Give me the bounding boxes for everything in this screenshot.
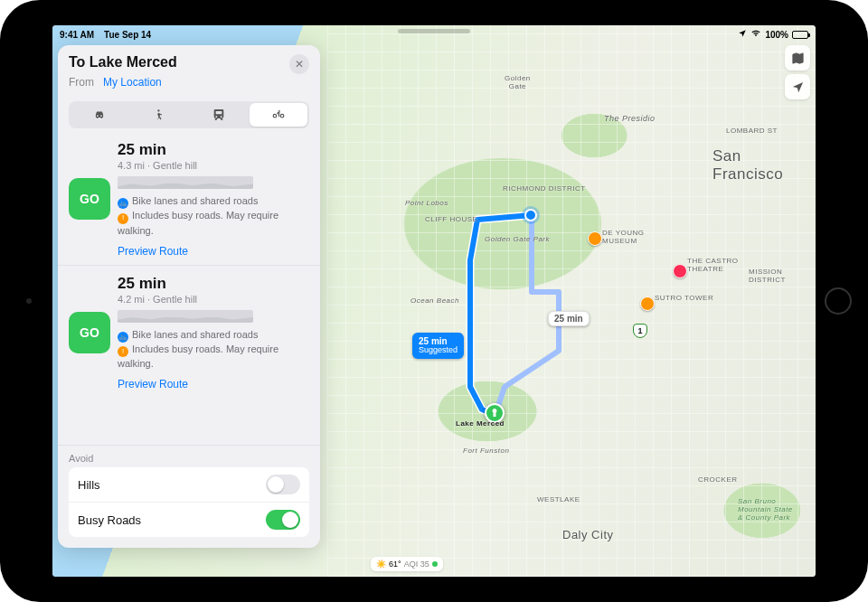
label-richmond: RICHMOND DISTRICT <box>503 184 586 193</box>
directions-card: To Lake Merced ✕ From My Location <box>58 45 320 548</box>
route-sub: 4.2 mi · Gentle hill <box>118 294 309 305</box>
bike-lane-icon: 🚲 <box>118 198 128 209</box>
route-sub: 4.3 mi · Gentle hill <box>118 160 309 171</box>
avoid-row-busy: Busy Roads <box>69 502 309 537</box>
label-sutro: SUTRO TOWER <box>655 294 713 302</box>
card-title: To Lake Merced <box>69 54 177 71</box>
close-button[interactable]: ✕ <box>289 54 309 74</box>
poi-deyoung[interactable] <box>588 231 602 246</box>
route-option[interactable]: 25 min 4.2 mi · Gentle hill 🚲Bike lanes … <box>58 265 320 399</box>
avoid-busy-toggle[interactable] <box>266 510 300 530</box>
locate-me-button[interactable] <box>785 74 810 99</box>
label-castro: THE CASTRO THEATRE <box>687 257 739 273</box>
elevation-profile <box>118 176 253 189</box>
screen: 9:41 AM Tue Sep 14 100% <box>52 25 816 577</box>
label-cliff-house: CLIFF HOUSE <box>425 215 477 223</box>
battery-percent: 100% <box>765 30 788 40</box>
map-controls <box>785 45 810 99</box>
warning-icon: ! <box>118 346 128 357</box>
label-crocker: CROCKER <box>698 475 738 484</box>
bike-lane-icon: 🚲 <box>118 332 128 343</box>
elevation-profile <box>118 310 253 323</box>
label-lombard: LOMBARD ST <box>726 127 778 135</box>
route-badge-alt-time: 25 min <box>554 314 583 324</box>
label-fort-funston: Fort Funston <box>463 447 509 455</box>
wifi-icon <box>750 29 761 40</box>
camera-dot <box>26 298 32 304</box>
label-golden-gate: Golden Gate <box>505 74 531 90</box>
preview-route-link[interactable]: Preview Route <box>118 378 309 390</box>
poi-castro[interactable] <box>673 264 687 278</box>
mode-walk[interactable] <box>130 103 188 127</box>
label-san-bruno: San Bruno Mountain State & County Park <box>738 497 793 522</box>
battery-icon <box>792 31 808 39</box>
routes-list: 25 min 4.3 mi · Gentle hill 🚲Bike lanes … <box>58 128 320 445</box>
sun-icon: ☀️ <box>376 560 386 569</box>
poi-sutro[interactable] <box>640 296 655 311</box>
aqi-dot <box>432 561 438 567</box>
map-road-grid <box>327 25 816 577</box>
highway-shield-1: 1 <box>633 324 647 338</box>
label-mission: MISSION DISTRICT <box>749 268 786 284</box>
label-point-lobos: Point Lobos <box>405 199 448 207</box>
from-label: From <box>69 76 94 89</box>
avoid-hills-toggle[interactable] <box>266 475 300 494</box>
preview-route-link[interactable]: Preview Route <box>118 245 309 258</box>
home-button[interactable] <box>825 287 852 315</box>
route-option[interactable]: 25 min 4.3 mi · Gentle hill 🚲Bike lanes … <box>58 132 320 265</box>
label-presidio: The Presidio <box>604 114 656 123</box>
from-value[interactable]: My Location <box>103 76 162 89</box>
status-bar: 9:41 AM Tue Sep 14 100% <box>52 25 816 42</box>
go-button[interactable]: GO <box>69 312 110 353</box>
weather-temp: 61° <box>389 560 401 569</box>
map-style-button[interactable] <box>785 45 810 71</box>
weather-aqi: AQI 35 <box>404 560 429 569</box>
go-button[interactable]: GO <box>69 178 110 220</box>
mode-cycle[interactable] <box>250 103 307 127</box>
ipad-frame: 9:41 AM Tue Sep 14 100% <box>0 0 868 602</box>
transport-mode-segmented <box>69 101 309 128</box>
advisory-busy: Includes busy roads. May require walking… <box>118 343 278 369</box>
route-badge-sub: Suggested <box>419 346 458 355</box>
advisory-bike: Bike lanes and shared roads <box>132 195 258 206</box>
warning-icon: ! <box>118 213 128 224</box>
mode-transit[interactable] <box>190 103 248 127</box>
label-lake-merced: Lake Merced <box>456 419 505 428</box>
status-date: Tue Sep 14 <box>104 30 151 40</box>
avoid-title: Avoid <box>69 453 309 464</box>
route-duration: 25 min <box>118 275 309 293</box>
route-badge-suggested[interactable]: 25 min Suggested <box>412 333 464 359</box>
weather-pill[interactable]: ☀️ 61° AQI 35 <box>371 557 443 571</box>
close-icon: ✕ <box>295 58 304 71</box>
route-duration: 25 min <box>118 141 309 159</box>
avoid-label: Hills <box>78 478 100 492</box>
label-daly: Daly City <box>562 528 614 541</box>
advisory-bike: Bike lanes and shared roads <box>132 329 258 340</box>
route-badge-alt[interactable]: 25 min <box>548 311 590 326</box>
avoid-label: Busy Roads <box>78 513 141 527</box>
avoid-section: Avoid Hills Busy Roads <box>58 445 320 548</box>
label-ocean-beach: Ocean Beach <box>410 296 459 305</box>
label-sf: San Francisco <box>712 147 816 183</box>
label-westlake: WESTLAKE <box>537 495 580 503</box>
label-deyoung: DE YOUNG MUSEUM <box>602 229 645 245</box>
label-ggpark: Golden Gate Park <box>485 235 550 243</box>
avoid-row-hills: Hills <box>69 467 309 502</box>
current-location-dot <box>524 209 537 221</box>
advisory-busy: Includes busy roads. May require walking… <box>118 210 278 235</box>
location-services-icon <box>738 29 747 40</box>
status-time: 9:41 AM <box>60 30 94 40</box>
mode-drive[interactable] <box>71 103 128 127</box>
